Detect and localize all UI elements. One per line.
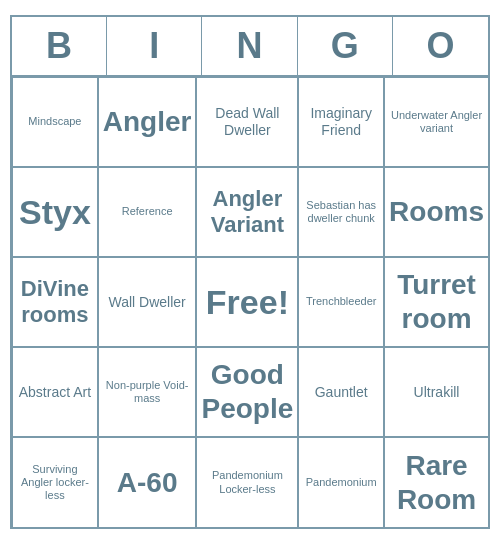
header-i: I (107, 17, 202, 75)
bingo-cell-0[interactable]: Mindscape (12, 77, 98, 167)
bingo-cell-4[interactable]: Underwater Angler variant (384, 77, 488, 167)
bingo-cell-1[interactable]: Angler (98, 77, 197, 167)
bingo-cell-3[interactable]: Imaginary Friend (298, 77, 384, 167)
bingo-cell-16[interactable]: Non-purple Void-mass (98, 347, 197, 437)
bingo-cell-2[interactable]: Dead Wall Dweller (196, 77, 298, 167)
bingo-cell-14[interactable]: Turret room (384, 257, 488, 347)
header-b: B (12, 17, 107, 75)
bingo-cell-11[interactable]: Wall Dweller (98, 257, 197, 347)
bingo-cell-18[interactable]: Gauntlet (298, 347, 384, 437)
bingo-cell-8[interactable]: Sebastian has dweller chunk (298, 167, 384, 257)
bingo-cell-17[interactable]: Good People (196, 347, 298, 437)
bingo-cell-21[interactable]: A-60 (98, 437, 197, 527)
bingo-cell-22[interactable]: Pandemonium Locker-less (196, 437, 298, 527)
bingo-card: B I N G O MindscapeAnglerDead Wall Dwell… (10, 15, 490, 529)
bingo-header: B I N G O (12, 17, 488, 77)
bingo-cell-12[interactable]: Free! (196, 257, 298, 347)
header-o: O (393, 17, 488, 75)
bingo-cell-20[interactable]: Surviving Angler locker-less (12, 437, 98, 527)
bingo-cell-23[interactable]: Pandemonium (298, 437, 384, 527)
header-g: G (298, 17, 393, 75)
bingo-cell-24[interactable]: Rare Room (384, 437, 488, 527)
bingo-cell-13[interactable]: Trenchbleeder (298, 257, 384, 347)
header-n: N (202, 17, 297, 75)
bingo-cell-19[interactable]: Ultrakill (384, 347, 488, 437)
bingo-cell-10[interactable]: DiVine rooms (12, 257, 98, 347)
bingo-cell-9[interactable]: Rooms (384, 167, 488, 257)
bingo-cell-15[interactable]: Abstract Art (12, 347, 98, 437)
bingo-cell-7[interactable]: Angler Variant (196, 167, 298, 257)
bingo-cell-5[interactable]: Styx (12, 167, 98, 257)
bingo-grid: MindscapeAnglerDead Wall DwellerImaginar… (12, 77, 488, 527)
bingo-cell-6[interactable]: Reference (98, 167, 197, 257)
